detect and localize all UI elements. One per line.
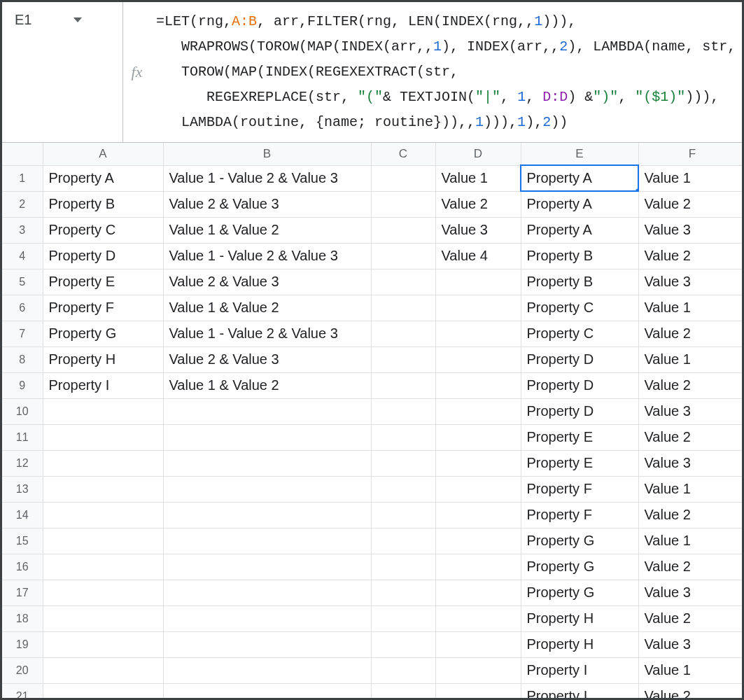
cell-E3[interactable]: Property A	[521, 217, 638, 243]
cell-F17[interactable]: Value 3	[638, 580, 742, 606]
cell-D1[interactable]: Value 1	[435, 165, 521, 191]
row-header-15[interactable]: 15	[2, 528, 43, 554]
cell-D7[interactable]	[435, 321, 521, 346]
cell-B1[interactable]: Value 1 - Value 2 & Value 3	[163, 165, 371, 191]
cell-A2[interactable]: Property B	[43, 191, 163, 217]
cell-A3[interactable]: Property C	[43, 217, 163, 243]
cell-E12[interactable]: Property E	[521, 450, 638, 476]
cell-C11[interactable]	[371, 424, 435, 450]
cell-E15[interactable]: Property G	[521, 528, 638, 554]
cell-A11[interactable]	[43, 424, 163, 450]
cell-F8[interactable]: Value 1	[638, 346, 742, 372]
cell-B14[interactable]	[163, 502, 371, 528]
cell-D4[interactable]: Value 4	[435, 243, 521, 269]
cell-F11[interactable]: Value 2	[638, 424, 742, 450]
cell-D21[interactable]	[435, 683, 521, 698]
cell-A19[interactable]	[43, 631, 163, 657]
cell-D3[interactable]: Value 3	[435, 217, 521, 243]
cell-C21[interactable]	[371, 683, 435, 698]
cell-E20[interactable]: Property I	[521, 657, 638, 683]
cell-E8[interactable]: Property D	[521, 346, 638, 372]
cell-D17[interactable]	[435, 580, 521, 606]
row-header-4[interactable]: 4	[2, 243, 43, 269]
cell-A18[interactable]	[43, 606, 163, 631]
cell-A8[interactable]: Property H	[43, 346, 163, 372]
cell-C9[interactable]	[371, 372, 435, 398]
cell-C12[interactable]	[371, 450, 435, 476]
row-header-1[interactable]: 1	[2, 165, 43, 191]
row-header-13[interactable]: 13	[2, 476, 43, 502]
cell-C18[interactable]	[371, 606, 435, 631]
cell-C14[interactable]	[371, 502, 435, 528]
row-header-2[interactable]: 2	[2, 191, 43, 217]
row-header-6[interactable]: 6	[2, 295, 43, 321]
cell-B20[interactable]	[163, 657, 371, 683]
column-header-F[interactable]: F	[638, 143, 742, 165]
cell-C8[interactable]	[371, 346, 435, 372]
cell-C4[interactable]	[371, 243, 435, 269]
cell-C1[interactable]	[371, 165, 435, 191]
cell-B3[interactable]: Value 1 & Value 2	[163, 217, 371, 243]
cell-E19[interactable]: Property H	[521, 631, 638, 657]
cell-A10[interactable]	[43, 398, 163, 424]
cell-E14[interactable]: Property F	[521, 502, 638, 528]
row-header-14[interactable]: 14	[2, 502, 43, 528]
cell-F6[interactable]: Value 1	[638, 295, 742, 321]
cell-F9[interactable]: Value 2	[638, 372, 742, 398]
cell-B21[interactable]	[163, 683, 371, 698]
cell-C2[interactable]	[371, 191, 435, 217]
cell-B17[interactable]	[163, 580, 371, 606]
formula-input[interactable]: =LET(rng,A:B, arr,FILTER(rng, LEN(INDEX(…	[150, 2, 742, 142]
cell-D11[interactable]	[435, 424, 521, 450]
cell-F21[interactable]: Value 2	[638, 683, 742, 698]
cell-D13[interactable]	[435, 476, 521, 502]
cell-E13[interactable]: Property F	[521, 476, 638, 502]
cell-E4[interactable]: Property B	[521, 243, 638, 269]
cell-B16[interactable]	[163, 554, 371, 580]
cell-D19[interactable]	[435, 631, 521, 657]
cell-D5[interactable]	[435, 269, 521, 295]
cell-D9[interactable]	[435, 372, 521, 398]
cell-A20[interactable]	[43, 657, 163, 683]
cell-F7[interactable]: Value 2	[638, 321, 742, 346]
cell-B4[interactable]: Value 1 - Value 2 & Value 3	[163, 243, 371, 269]
row-header-8[interactable]: 8	[2, 346, 43, 372]
row-header-17[interactable]: 17	[2, 580, 43, 606]
cell-F1[interactable]: Value 1	[638, 165, 742, 191]
cell-C15[interactable]	[371, 528, 435, 554]
cell-E1[interactable]: Property A	[521, 165, 638, 191]
cell-F19[interactable]: Value 3	[638, 631, 742, 657]
cell-B7[interactable]: Value 1 - Value 2 & Value 3	[163, 321, 371, 346]
cell-F18[interactable]: Value 2	[638, 606, 742, 631]
row-header-21[interactable]: 21	[2, 683, 43, 698]
cell-B13[interactable]	[163, 476, 371, 502]
row-header-12[interactable]: 12	[2, 450, 43, 476]
cell-B12[interactable]	[163, 450, 371, 476]
cell-B5[interactable]: Value 2 & Value 3	[163, 269, 371, 295]
cell-B19[interactable]	[163, 631, 371, 657]
column-header-C[interactable]: C	[371, 143, 435, 165]
select-all-corner[interactable]	[2, 143, 43, 165]
cell-A14[interactable]	[43, 502, 163, 528]
cell-A7[interactable]: Property G	[43, 321, 163, 346]
cell-C20[interactable]	[371, 657, 435, 683]
cell-C7[interactable]	[371, 321, 435, 346]
cell-E10[interactable]: Property D	[521, 398, 638, 424]
cell-D10[interactable]	[435, 398, 521, 424]
cell-D14[interactable]	[435, 502, 521, 528]
cell-D2[interactable]: Value 2	[435, 191, 521, 217]
cell-A5[interactable]: Property E	[43, 269, 163, 295]
cell-C5[interactable]	[371, 269, 435, 295]
cell-A9[interactable]: Property I	[43, 372, 163, 398]
cell-A21[interactable]	[43, 683, 163, 698]
cell-E7[interactable]: Property C	[521, 321, 638, 346]
cell-A1[interactable]: Property A	[43, 165, 163, 191]
cell-F20[interactable]: Value 1	[638, 657, 742, 683]
cell-F4[interactable]: Value 2	[638, 243, 742, 269]
cell-F3[interactable]: Value 3	[638, 217, 742, 243]
cell-C17[interactable]	[371, 580, 435, 606]
cell-E17[interactable]: Property G	[521, 580, 638, 606]
cell-C6[interactable]	[371, 295, 435, 321]
cell-B10[interactable]	[163, 398, 371, 424]
chevron-down-icon[interactable]	[73, 18, 82, 22]
